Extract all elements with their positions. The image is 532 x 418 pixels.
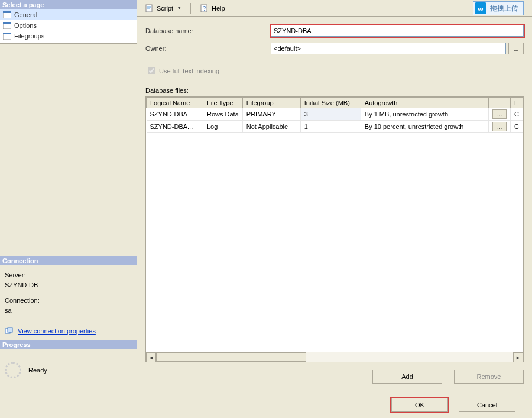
connection-value: sa	[5, 306, 132, 316]
col-initial-size[interactable]: Initial Size (MB)	[300, 98, 361, 108]
database-files-table-wrapper: Logical Name File Type Filegroup Initial…	[145, 96, 524, 362]
page-icon	[2, 11, 12, 19]
svg-rect-4	[3, 34, 11, 40]
view-connection-properties-link[interactable]: View connection properties	[18, 328, 96, 335]
add-button[interactable]: Add	[372, 370, 442, 384]
sidebar-item-options[interactable]: Options	[0, 20, 137, 31]
sidebar-item-label: General	[14, 11, 37, 18]
col-filegroup[interactable]: Filegroup	[242, 98, 300, 108]
owner-browse-button[interactable]: ...	[508, 43, 524, 54]
page-icon	[2, 32, 12, 40]
svg-text:?: ?	[203, 5, 206, 12]
script-icon	[145, 4, 154, 13]
fulltext-checkbox	[148, 67, 155, 74]
scroll-track[interactable]	[156, 352, 513, 362]
autogrowth-edit-button[interactable]: ...	[492, 109, 507, 119]
col-file-type[interactable]: File Type	[203, 98, 243, 108]
database-name-input[interactable]	[271, 25, 524, 37]
help-icon: ?	[200, 4, 209, 13]
progress-spinner-icon	[5, 362, 21, 378]
server-label: Server:	[5, 270, 132, 280]
upload-label: 拖拽上传	[490, 4, 518, 14]
script-button[interactable]: Script ▼	[141, 2, 186, 15]
database-files-label: Database files:	[145, 87, 524, 94]
svg-rect-1	[3, 11, 11, 13]
page-list: General Options Filegroups	[0, 9, 137, 44]
owner-input[interactable]	[271, 43, 506, 54]
sidebar-item-label: Options	[14, 22, 37, 29]
svg-rect-7	[8, 328, 12, 332]
col-logical-name[interactable]: Logical Name	[147, 98, 203, 108]
select-page-header: Select a page	[0, 0, 137, 9]
database-name-label: Database name:	[145, 27, 271, 34]
sidebar-item-general[interactable]: General	[0, 9, 137, 20]
drag-upload-button[interactable]: ∞ 拖拽上传	[473, 1, 524, 15]
cloud-icon: ∞	[475, 2, 486, 14]
script-label: Script	[157, 5, 173, 12]
scroll-left-button[interactable]: ◄	[146, 352, 156, 362]
sidebar-item-label: Filegroups	[14, 33, 44, 40]
toolbar: Script ▼ ? Help ∞ 拖拽上传	[137, 0, 532, 17]
scroll-right-button[interactable]: ►	[513, 352, 523, 362]
help-button[interactable]: ? Help	[196, 2, 229, 15]
help-label: Help	[212, 5, 225, 12]
svg-rect-8	[146, 5, 152, 12]
database-files-table[interactable]: Logical Name File Type Filegroup Initial…	[146, 97, 523, 133]
connection-header: Connection	[0, 256, 137, 265]
horizontal-scrollbar[interactable]: ◄ ►	[146, 352, 523, 362]
dialog-footer: OK Cancel	[0, 391, 532, 418]
progress-status: Ready	[28, 367, 47, 374]
svg-rect-2	[3, 23, 11, 29]
col-path[interactable]: F	[511, 98, 523, 108]
remove-button: Remove	[454, 370, 524, 384]
table-row[interactable]: SZYND-DBA... Log Not Applicable 1 By 10 …	[147, 121, 523, 133]
svg-rect-5	[3, 33, 11, 34]
autogrowth-edit-button[interactable]: ...	[492, 122, 507, 131]
svg-rect-3	[3, 22, 11, 24]
page-icon	[2, 21, 12, 30]
progress-header: Progress	[0, 340, 137, 349]
sidebar: Select a page General Options Filegroups	[0, 0, 137, 391]
right-pane: Script ▼ ? Help ∞ 拖拽上传 Database name:	[137, 0, 532, 391]
connection-label: Connection:	[5, 296, 132, 306]
connection-box: Server: SZYND-DB Connection: sa	[0, 265, 137, 323]
table-row[interactable]: SZYND-DBA Rows Data PRIMARY 3 By 1 MB, u…	[147, 108, 523, 121]
ok-button[interactable]: OK	[391, 398, 448, 412]
col-autogrowth[interactable]: Autogrowth	[361, 98, 488, 108]
cancel-button[interactable]: Cancel	[459, 398, 515, 412]
connection-properties-icon	[5, 327, 14, 335]
chevron-down-icon: ▼	[177, 5, 181, 11]
owner-label: Owner:	[145, 45, 271, 52]
svg-rect-0	[3, 12, 11, 18]
server-value: SZYND-DB	[5, 280, 132, 290]
sidebar-item-filegroups[interactable]: Filegroups	[0, 31, 137, 41]
scroll-thumb[interactable]	[156, 352, 306, 362]
fulltext-label: Use full-text indexing	[159, 67, 219, 74]
progress-box: Ready	[0, 349, 137, 391]
